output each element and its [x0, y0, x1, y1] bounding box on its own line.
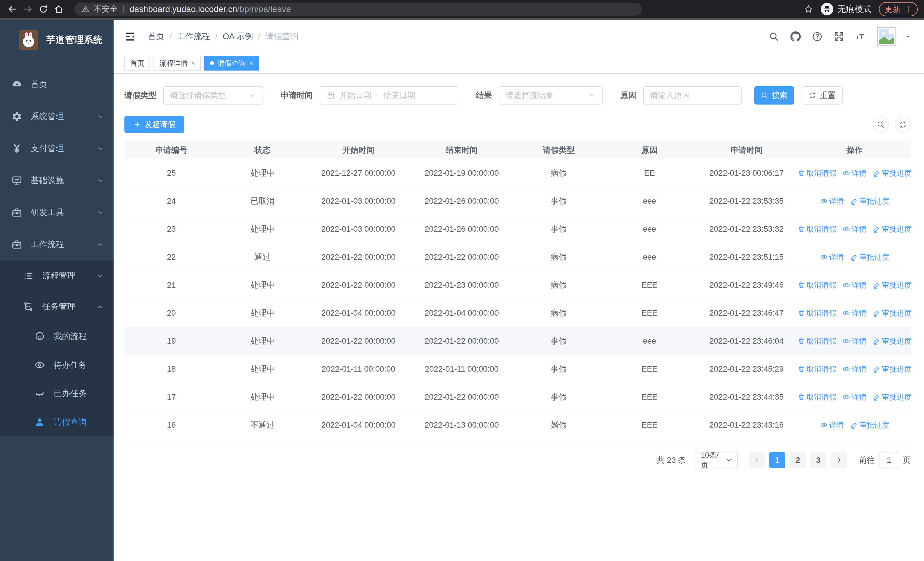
cancel-leave-link[interactable]: 取消请假 — [798, 280, 836, 290]
breadcrumb-item[interactable]: 工作流程 — [177, 31, 210, 42]
page-number-1[interactable]: 1 — [770, 452, 785, 468]
search-button[interactable]: 搜索 — [754, 86, 794, 105]
browser-update-button[interactable]: 更新 — [879, 2, 918, 16]
detail-link[interactable]: 详情 — [843, 336, 867, 346]
sidebar-item-流程管理[interactable]: 流程管理 — [0, 260, 114, 291]
browser-reload-button[interactable] — [37, 3, 50, 15]
browser-menu-kebab-icon[interactable] — [904, 5, 912, 13]
reason-input[interactable] — [650, 91, 735, 100]
cell-apply: 2022-01-22 23:43:16 — [695, 420, 798, 430]
close-icon[interactable]: × — [191, 60, 195, 66]
search-icon[interactable] — [769, 32, 779, 42]
sidebar-item-我的流程[interactable]: 我的流程 — [0, 322, 114, 351]
detail-link[interactable]: 详情 — [820, 196, 844, 206]
address-bar[interactable]: 不安全 dashboard.yudao.iocoder.cn/bpm/oa/le… — [74, 3, 642, 16]
avatar-caret-icon[interactable] — [904, 33, 912, 40]
progress-link[interactable]: 审批进度 — [873, 364, 912, 374]
table-row[interactable]: 19处理中2022-01-22 00:00:002022-01-22 00:00… — [124, 327, 911, 355]
detail-link[interactable]: 详情 — [843, 392, 867, 402]
sidebar-item-请假查询[interactable]: 请假查询 — [0, 408, 114, 436]
progress-link[interactable]: 审批进度 — [873, 224, 912, 234]
sidebar-item-待办任务[interactable]: 待办任务 — [0, 351, 114, 379]
table-row[interactable]: 25处理中2021-12-27 00:00:002022-01-19 00:00… — [124, 159, 911, 187]
progress-link[interactable]: 审批进度 — [873, 308, 912, 318]
sidebar-item-支付管理[interactable]: 支付管理 — [0, 132, 114, 164]
cancel-leave-link[interactable]: 取消请假 — [798, 392, 836, 402]
tab-流程详情[interactable]: 流程详情× — [153, 56, 201, 71]
progress-link[interactable]: 审批进度 — [850, 196, 889, 206]
leave-type-placeholder: 请选择请假类型 — [170, 90, 226, 101]
create-leave-button[interactable]: 发起请假 — [124, 116, 184, 133]
leave-type-select[interactable]: 请选择请假类型 — [163, 86, 263, 105]
result-select[interactable]: 请选择流结果 — [499, 86, 603, 105]
breadcrumb-item[interactable]: 首页 — [148, 31, 164, 42]
table-row[interactable]: 23处理中2022-01-03 00:00:002022-01-26 00:00… — [124, 215, 911, 244]
incognito-label: 无痕模式 — [837, 3, 872, 15]
tab-首页[interactable]: 首页 — [124, 56, 150, 71]
toggle-search-button[interactable] — [873, 117, 889, 132]
browser-forward-button[interactable] — [22, 3, 34, 15]
table-row[interactable]: 16不通过2022-01-04 00:00:002022-01-13 00:00… — [124, 411, 911, 439]
page-number-2[interactable]: 2 — [790, 452, 806, 468]
detail-link[interactable]: 详情 — [820, 420, 844, 430]
progress-link[interactable]: 审批进度 — [873, 392, 912, 402]
progress-link[interactable]: 审批进度 — [873, 280, 912, 290]
cell-end: 2022-01-22 00:00:00 — [410, 253, 513, 262]
list-icon — [23, 271, 34, 281]
cell-status: 已取消 — [218, 196, 307, 206]
breadcrumb-item[interactable]: OA 示例 — [223, 31, 253, 42]
goto-page-input[interactable] — [879, 452, 898, 468]
result-label: 结果 — [476, 90, 492, 101]
table-row[interactable]: 18处理中2022-01-11 00:00:002022-01-11 00:00… — [124, 355, 911, 384]
sidebar-item-研发工具[interactable]: 研发工具 — [0, 197, 114, 229]
reset-button[interactable]: 重置 — [802, 86, 843, 105]
progress-link[interactable]: 审批进度 — [850, 252, 889, 262]
detail-link[interactable]: 详情 — [843, 168, 867, 178]
cancel-leave-link[interactable]: 取消请假 — [798, 308, 836, 318]
fullscreen-icon[interactable] — [834, 32, 844, 42]
table-row[interactable]: 21处理中2022-01-22 00:00:002022-01-23 00:00… — [124, 271, 911, 299]
cancel-leave-link[interactable]: 取消请假 — [798, 224, 836, 234]
apply-time-range-picker[interactable]: 开始日期 - 结束日期 — [320, 86, 458, 105]
brand-logo — [19, 30, 38, 50]
browser-home-button[interactable] — [52, 3, 65, 15]
table-row[interactable]: 17处理中2022-01-22 00:00:002022-01-22 00:00… — [124, 384, 911, 411]
refresh-table-button[interactable] — [895, 117, 911, 132]
progress-link[interactable]: 审批进度 — [873, 336, 912, 346]
help-icon[interactable] — [812, 32, 822, 42]
sidebar-item-基础设施[interactable]: 基础设施 — [0, 164, 114, 197]
cancel-leave-link[interactable]: 取消请假 — [798, 168, 836, 178]
progress-link[interactable]: 审批进度 — [850, 420, 889, 430]
font-size-icon[interactable]: TT — [855, 32, 866, 42]
detail-link[interactable]: 详情 — [843, 308, 867, 318]
browser-back-button[interactable] — [6, 3, 19, 15]
sidebar-item-系统管理[interactable]: 系统管理 — [0, 101, 114, 132]
table-row[interactable]: 20处理中2022-01-04 00:00:002022-01-04 00:00… — [124, 299, 911, 327]
detail-link[interactable]: 详情 — [843, 280, 867, 290]
detail-link-label: 详情 — [852, 336, 867, 346]
detail-link[interactable]: 详情 — [820, 252, 844, 262]
bookmark-star-icon[interactable] — [804, 4, 813, 14]
menu-fold-icon[interactable] — [124, 31, 136, 42]
sidebar-item-已办任务[interactable]: 已办任务 — [0, 379, 114, 408]
table-row[interactable]: 22通过2022-01-22 00:00:002022-01-22 00:00:… — [124, 244, 911, 271]
detail-link[interactable]: 详情 — [843, 224, 867, 234]
user-avatar[interactable] — [877, 27, 896, 46]
cell-actions: 取消请假详情审批进度 — [798, 308, 911, 318]
page-size-select[interactable]: 10条/页 — [694, 452, 738, 468]
detail-link[interactable]: 详情 — [843, 364, 867, 374]
progress-link-label: 审批进度 — [882, 308, 912, 318]
page-number-3[interactable]: 3 — [810, 452, 826, 468]
next-page-button[interactable] — [831, 452, 847, 468]
cancel-leave-link[interactable]: 取消请假 — [798, 364, 836, 374]
close-icon[interactable]: × — [249, 60, 254, 66]
progress-link[interactable]: 审批进度 — [873, 168, 912, 178]
table-row[interactable]: 24已取消2022-01-03 00:00:002022-01-26 00:00… — [124, 187, 911, 215]
sidebar-item-首页[interactable]: 首页 — [0, 69, 114, 101]
prev-page-button[interactable] — [749, 452, 765, 468]
sidebar-item-工作流程[interactable]: 工作流程 — [0, 229, 114, 260]
cancel-leave-link[interactable]: 取消请假 — [798, 336, 836, 346]
sidebar-item-任务管理[interactable]: 任务管理 — [0, 291, 114, 322]
github-icon[interactable] — [790, 32, 801, 42]
tab-请假查询[interactable]: 请假查询× — [204, 56, 259, 71]
